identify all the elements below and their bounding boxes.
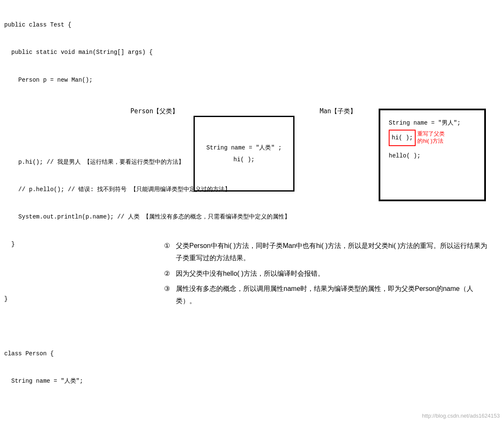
man-box-name: String name = "男人"; [389,117,461,130]
code-line-3: Person p = new Man(); [4,76,160,85]
code-line-class-person: class Person { [4,349,160,359]
code-line-phi: p.hi(); // 我是男人 【运行结果，要看运行类型中的方法】 [4,158,160,167]
man-box-hi-annotation: 重写了父类 的hi( )方法 [417,131,445,145]
man-hi-row: hi( ); 重写了父类 的hi( )方法 [389,130,445,146]
explanation-text-2: 因为父类中没有hello( )方法，所以编译时会报错。 [176,268,492,280]
explanation-number-3: ③ [164,283,176,307]
explanation-item-2: ② 因为父类中没有hello( )方法，所以编译时会报错。 [164,268,492,280]
code-line-2: public static void main(String[] args) { [4,48,160,57]
code-line-blank3 [4,267,160,277]
person-diagram-box: String name = "人类" ; hi( ); [194,116,294,192]
explanation-text-3: 属性没有多态的概念，所以调用属性name时，结果为编译类型的属性，即为父类Per… [176,283,492,307]
watermark: http://blog.csdn.net/ads1624153 [422,413,500,419]
man-label: Man【子类】 [320,107,356,115]
man-box-hello: hello( ); [389,149,421,163]
code-line-blank4 [4,322,160,331]
code-line-name-person: String name = "人类"; [4,377,160,386]
explanation-number-2: ② [164,268,176,280]
explanation-item-1: ① 父类Person中有hi( )方法，同时子类Man中也有hi( )方法，所以… [164,240,492,264]
explanation-text-1: 父类Person中有hi( )方法，同时子类Man中也有hi( )方法，所以是对… [176,240,492,264]
code-line-1: public class Test { [4,21,160,30]
person-box-name: String name = "人类" ; [206,142,281,154]
person-label: Person【父类】 [130,107,178,115]
code-line-close-test: } [4,295,160,304]
explanation-item-3: ③ 属性没有多态的概念，所以调用属性name时，结果为编译类型的属性，即为父类P… [164,283,492,307]
code-block: public class Test { public static void m… [0,0,164,421]
man-box-hi-highlight: hi( ); [389,130,416,146]
code-line-close-main: } [4,240,160,249]
explanation-area: ① 父类Person中有hi( )方法，同时子类Man中也有hi( )方法，所以… [164,240,492,311]
man-diagram-box: String name = "男人"; hi( ); 重写了父类 的hi( )方… [379,109,486,201]
code-line-println: System.out.println(p.name); // 人类 【属性没有多… [4,213,160,222]
code-line-blank2 [4,131,160,140]
explanation-number-1: ① [164,240,176,264]
person-box-hi: hi( ); [233,154,255,165]
code-line-blank5 [4,404,160,413]
code-line-phello: // p.hello(); // 错误: 找不到符号 【只能调用编译类型中定义过… [4,185,160,195]
